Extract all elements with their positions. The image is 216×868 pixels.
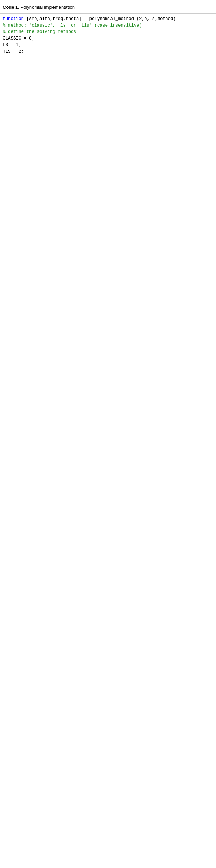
title-normal: Polynomial implementation: [19, 5, 75, 10]
title-bar: Code 1. Polynomial implementation: [0, 3, 216, 14]
title-bold: Code 1.: [3, 5, 19, 10]
code-container: function [Amp,alfa,freq,theta] = polynom…: [0, 15, 216, 56]
